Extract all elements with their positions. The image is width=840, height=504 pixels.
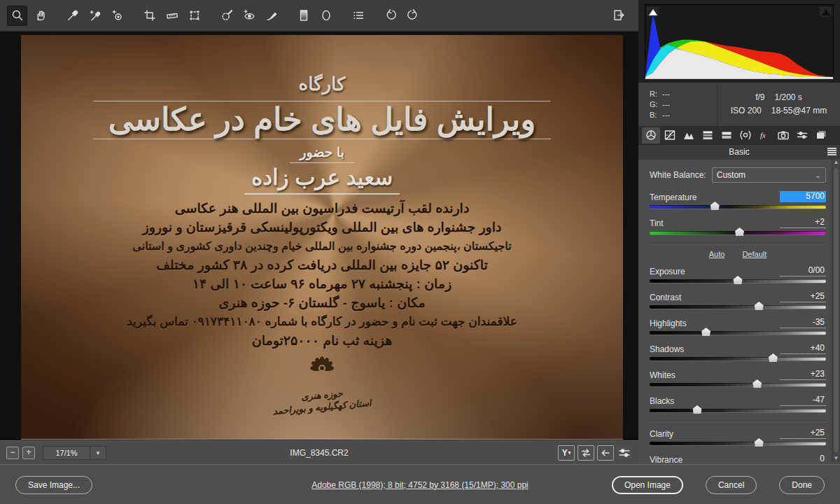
highlight-clipping-indicator[interactable] — [820, 6, 832, 17]
vibrance-value[interactable]: 0 — [780, 454, 826, 465]
image-info-row: R:--- G:--- B:--- f/91/200 s ISO 20018-5… — [638, 83, 840, 126]
rotate-left-tool-icon[interactable] — [381, 6, 400, 25]
copy-settings-button[interactable] — [597, 445, 614, 461]
iso-value: ISO 200 — [731, 106, 762, 115]
tab-split-toning[interactable] — [718, 127, 736, 144]
white-balance-value: Custom — [717, 170, 746, 180]
hand-tool-icon[interactable] — [31, 6, 50, 25]
blacks-slider-track[interactable] — [650, 409, 826, 412]
tab-lens-corrections[interactable] — [736, 127, 755, 144]
poster-title: ویرایش فایل های خام در عکاسی — [21, 103, 623, 136]
white-balance-tool-icon[interactable] — [63, 6, 82, 25]
image-canvas[interactable]: کارگاه ویرایش فایل های خام در عکاسی با ح… — [0, 31, 638, 441]
exposure-slider-thumb[interactable] — [733, 276, 743, 284]
done-button[interactable]: Done — [779, 476, 825, 494]
exposure-slider-track[interactable] — [650, 279, 826, 283]
scroll-down-icon[interactable]: ▼ — [832, 455, 840, 462]
tab-snapshots[interactable] — [812, 127, 830, 144]
crop-tool-icon[interactable] — [140, 6, 159, 25]
blacks-label: Blacks — [650, 396, 674, 406]
straighten-tool-icon[interactable] — [162, 6, 181, 25]
contrast-label: Contrast — [650, 293, 681, 302]
shadows-slider-track[interactable] — [650, 357, 826, 360]
toggle-fullscreen-icon[interactable] — [609, 6, 628, 25]
tab-detail[interactable] — [680, 127, 698, 144]
tab-effects[interactable]: fx — [755, 127, 774, 144]
highlights-value[interactable]: -35 — [780, 317, 826, 328]
basic-controls: White Balance: Custom ⌄ Temperature5700T… — [638, 159, 832, 464]
save-image-button[interactable]: Save Image... — [15, 476, 92, 494]
temperature-slider-track[interactable] — [650, 205, 826, 209]
tab-presets[interactable] — [793, 127, 811, 144]
workflow-options-link[interactable]: Adobe RGB (1998); 8 bit; 4752 by 3168 (1… — [312, 480, 528, 490]
status-bar: − + 17/1% ▾ IMG_8345.CR2 Y▾ — [0, 440, 638, 464]
tint-slider-thumb[interactable] — [735, 227, 745, 236]
preview-mode-button[interactable]: Y▾ — [558, 445, 575, 461]
rotate-right-tool-icon[interactable] — [403, 6, 422, 25]
scrollbar-thumb[interactable] — [833, 167, 839, 454]
spot-removal-tool-icon[interactable] — [217, 6, 236, 25]
preview-preferences-icon[interactable] — [617, 446, 632, 460]
panel-menu-icon[interactable] — [827, 148, 836, 156]
tint-value[interactable]: +2 — [780, 217, 826, 228]
adjustment-brush-tool-icon[interactable] — [262, 6, 281, 25]
slider-blacks: Blacks-47 — [650, 395, 826, 412]
whites-value[interactable]: +23 — [780, 369, 826, 380]
clarity-value[interactable]: +25 — [780, 428, 826, 439]
zoom-in-button[interactable]: + — [22, 447, 35, 459]
clarity-slider-thumb[interactable] — [754, 438, 764, 447]
exposure-label: Exposure — [650, 267, 685, 276]
cancel-button[interactable]: Cancel — [706, 476, 757, 494]
whites-slider-track[interactable] — [650, 383, 826, 386]
highlights-slider-thumb[interactable] — [701, 328, 711, 336]
b-value: --- — [662, 111, 670, 119]
graduated-filter-tool-icon[interactable] — [294, 6, 313, 25]
blacks-slider-thumb[interactable] — [692, 405, 702, 414]
section-divider — [650, 243, 826, 244]
shadows-slider-thumb[interactable] — [768, 354, 778, 362]
transform-tool-icon[interactable] — [185, 6, 204, 25]
highlights-slider-track[interactable] — [650, 331, 826, 335]
targeted-adjustment-tool-icon[interactable] — [108, 6, 127, 25]
temperature-slider-thumb[interactable] — [710, 202, 720, 210]
contrast-slider-track[interactable] — [650, 305, 826, 309]
zoom-level-dropdown[interactable]: ▾ — [90, 446, 106, 460]
zoom-level-value[interactable]: 17/1% — [43, 446, 90, 460]
raw-photo-preview[interactable]: کارگاه ویرایش فایل های خام در عکاسی با ح… — [21, 35, 623, 440]
auto-link[interactable]: Auto — [709, 250, 725, 258]
shadow-clipping-indicator[interactable] — [647, 6, 659, 17]
whites-slider-thumb[interactable] — [752, 379, 762, 388]
poster-logo: حوزه هنری استان کهگیلویه و بویراحمد — [21, 356, 623, 413]
contrast-value[interactable]: +25 — [780, 291, 826, 302]
rgb-readout: R:--- G:--- B:--- — [638, 83, 717, 126]
color-sampler-tool-icon[interactable] — [85, 6, 104, 25]
tab-tone-curve[interactable] — [661, 127, 679, 144]
swap-before-after-button[interactable] — [578, 445, 594, 461]
preferences-tool-icon[interactable] — [349, 6, 368, 25]
white-balance-select[interactable]: Custom ⌄ — [712, 167, 826, 183]
open-image-button[interactable]: Open Image — [612, 476, 683, 494]
blacks-value[interactable]: -47 — [780, 395, 826, 406]
slider-exposure: Exposure0/00 — [650, 265, 826, 283]
tab-camera-calibration[interactable] — [774, 127, 792, 144]
default-link[interactable]: Default — [742, 250, 766, 258]
red-eye-tool-icon[interactable] — [239, 6, 258, 25]
aperture-value: f/9 — [755, 92, 764, 102]
r-value: --- — [662, 90, 670, 98]
exposure-value[interactable]: 0/00 — [780, 265, 826, 276]
zoom-out-button[interactable]: − — [6, 447, 19, 459]
scroll-up-icon[interactable]: ▲ — [832, 159, 840, 166]
poster-body-line: دارنده لقب آرتیست فدراسیون بین المللی هن… — [21, 199, 623, 218]
contrast-slider-thumb[interactable] — [754, 302, 764, 310]
clarity-slider-track[interactable] — [650, 442, 826, 445]
temperature-value[interactable]: 5700 — [780, 191, 826, 202]
radial-filter-tool-icon[interactable] — [316, 6, 335, 25]
tab-hsl-grayscale[interactable] — [699, 127, 717, 144]
poster-subtitle: با حضور — [290, 144, 354, 163]
shadows-value[interactable]: +40 — [780, 343, 826, 354]
zoom-tool-icon[interactable] — [7, 6, 27, 26]
poster-body-line: مکان : یاسوج - گلستان ۶- حوزه هنری — [21, 293, 623, 312]
tab-basic[interactable] — [642, 127, 660, 144]
panel-scrollbar[interactable]: ▲ ▼ — [832, 159, 840, 462]
tint-slider-track[interactable] — [650, 231, 826, 234]
